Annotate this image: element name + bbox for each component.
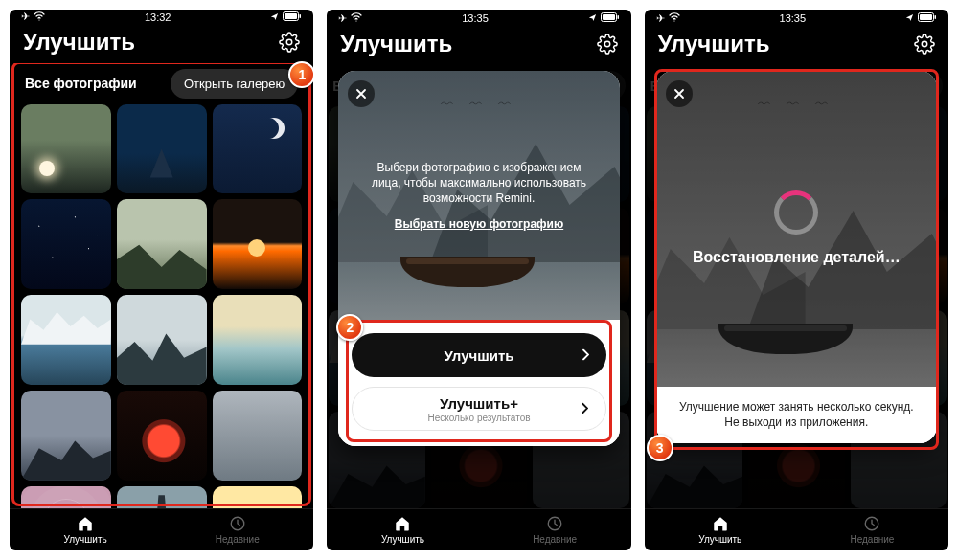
gallery-thumb[interactable] — [213, 295, 303, 385]
gallery-grid — [19, 104, 304, 508]
nav-enhance[interactable]: Улучшить — [381, 515, 424, 545]
title-row: Улучшить — [327, 27, 630, 65]
nav-label: Недавние — [533, 534, 577, 545]
enhance-plus-button[interactable]: Улучшить+ Несколько результатов — [352, 387, 605, 431]
svg-rect-9 — [920, 14, 932, 20]
status-bar: ✈︎ 13:35 — [327, 10, 630, 27]
battery-icon — [601, 12, 620, 24]
gallery-thumb[interactable] — [117, 104, 207, 194]
status-time: 13:35 — [780, 12, 807, 24]
nav-recent[interactable]: Недавние — [216, 515, 260, 545]
preview-image: ﹌ ﹌ ﹌ Выбери фотографию с изображением л… — [338, 71, 619, 320]
gallery-thumb[interactable] — [213, 391, 303, 481]
gallery-thumb[interactable] — [21, 391, 111, 481]
airplane-mode-icon: ✈︎ — [656, 12, 665, 25]
gallery-thumb[interactable] — [213, 199, 303, 289]
wifi-icon — [34, 11, 45, 23]
airplane-mode-icon: ✈︎ — [21, 11, 30, 23]
gallery-thumb[interactable] — [213, 486, 303, 508]
status-time: 13:32 — [145, 11, 171, 23]
gallery-thumb[interactable] — [21, 295, 111, 385]
svg-rect-1 — [285, 13, 297, 19]
loading-card: ﹌ ﹌ ﹌ Восстановление деталей… Улучшение … — [656, 71, 937, 443]
status-time: 13:35 — [462, 12, 489, 24]
clock-icon — [229, 515, 246, 532]
nav-enhance[interactable]: Улучшить — [64, 515, 107, 545]
settings-button[interactable] — [597, 34, 618, 55]
gallery-thumb[interactable] — [21, 104, 111, 194]
gallery-thumb[interactable] — [117, 486, 207, 508]
loading-main: Все фотографииОткрыть галерею ﹌ ﹌ ﹌ — [645, 65, 948, 508]
wifi-icon — [669, 12, 680, 24]
loading-spinner-icon — [774, 190, 818, 235]
battery-icon — [918, 12, 937, 24]
loading-visual: ﹌ ﹌ ﹌ Восстановление деталей… — [656, 71, 937, 387]
bottom-nav: Улучшить Недавние — [645, 508, 948, 550]
preview-overlay-text: Выбери фотографию с изображением лица, ч… — [338, 71, 619, 320]
gallery-thumb[interactable] — [117, 295, 207, 385]
nav-label: Улучшить — [698, 534, 741, 545]
gallery-thumb[interactable] — [117, 199, 207, 289]
loading-title: Восстановление деталей… — [693, 248, 901, 266]
title-row: Улучшить — [10, 25, 313, 63]
gallery-thumb[interactable] — [21, 486, 111, 508]
open-gallery-button[interactable]: Открыть галерею — [171, 69, 298, 99]
step-badge-3: 3 — [647, 435, 673, 461]
battery-icon — [283, 11, 302, 23]
step-badge-1: 1 — [288, 61, 313, 88]
loading-caption: Улучшение может занять несколько секунд.… — [656, 387, 937, 443]
home-icon — [712, 515, 729, 532]
panel-3-loading: ✈︎ 13:35 Улучшить Все фотографииОткрыть … — [645, 10, 948, 550]
gallery-thumb[interactable] — [21, 199, 111, 289]
svg-rect-5 — [603, 14, 615, 20]
chevron-right-icon — [582, 347, 589, 364]
settings-button[interactable] — [279, 32, 300, 53]
enhance-label: Улучшить — [444, 347, 513, 364]
status-bar: ✈︎ 13:35 — [645, 10, 948, 27]
nav-recent[interactable]: Недавние — [850, 515, 894, 545]
home-icon — [77, 515, 94, 532]
gallery-filter-row: Все фотографии Открыть галерею — [19, 63, 304, 104]
location-icon — [905, 12, 914, 24]
chevron-right-icon — [581, 401, 588, 417]
airplane-mode-icon: ✈︎ — [338, 12, 347, 25]
page-title: Улучшить — [658, 31, 770, 57]
nav-label: Недавние — [216, 534, 260, 545]
gallery-thumb[interactable] — [117, 391, 207, 481]
nav-enhance[interactable]: Улучшить — [698, 515, 741, 545]
svg-rect-2 — [300, 14, 302, 18]
home-icon — [394, 515, 411, 532]
panel-2-preview: ✈︎ 13:35 Улучшить Все фотографииОткрыть … — [327, 10, 630, 550]
svg-rect-6 — [617, 15, 619, 19]
close-icon — [673, 88, 685, 100]
clock-icon — [546, 515, 563, 532]
settings-button[interactable] — [914, 34, 935, 55]
location-icon — [270, 11, 279, 23]
gallery-thumb[interactable] — [213, 104, 303, 194]
bottom-nav: Улучшить Недавние — [327, 508, 630, 550]
status-bar: ✈︎ 13:32 — [10, 10, 313, 25]
preview-main: Все фотографииОткрыть галерею ﹌ ﹌ ﹌ — [327, 65, 630, 508]
nav-label: Улучшить — [381, 534, 424, 545]
location-icon — [588, 12, 597, 24]
title-row: Улучшить — [645, 27, 948, 65]
enhance-plus-sub: Несколько результатов — [427, 413, 530, 423]
enhance-actions: Улучшить Улучшить+ Несколько результатов — [338, 320, 619, 446]
svg-rect-10 — [934, 15, 936, 19]
nav-label: Улучшить — [64, 534, 107, 545]
gallery-main: Все фотографии Открыть галерею — [10, 63, 313, 508]
face-hint-message: Выбери фотографию с изображением лица, ч… — [361, 160, 596, 207]
panel-1-gallery: ✈︎ 13:32 Улучшить Все фотографии Открыть… — [10, 10, 313, 550]
page-title: Улучшить — [23, 29, 135, 56]
page-title: Улучшить — [340, 31, 452, 57]
enhance-button[interactable]: Улучшить — [352, 333, 605, 377]
enhance-plus-label: Улучшить+ — [440, 395, 518, 412]
all-photos-label: Все фотографии — [25, 76, 137, 91]
clock-icon — [863, 515, 880, 532]
bottom-nav: Улучшить Недавние — [10, 508, 313, 550]
nav-recent[interactable]: Недавние — [533, 515, 577, 545]
close-button[interactable] — [666, 80, 693, 107]
wifi-icon — [351, 12, 362, 24]
choose-new-link[interactable]: Выбрать новую фотографию — [395, 217, 563, 231]
photo-preview-card: ﹌ ﹌ ﹌ Выбери фотографию с изображением л… — [338, 71, 619, 446]
